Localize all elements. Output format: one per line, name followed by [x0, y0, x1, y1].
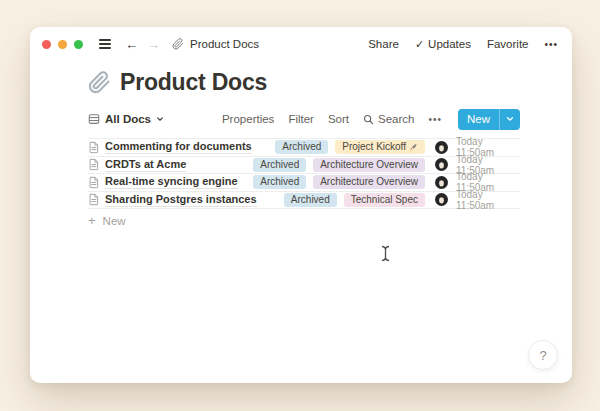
page-link[interactable]: Sharding Postgres instances — [105, 193, 257, 207]
properties-button[interactable]: Properties — [222, 113, 274, 125]
view-toolbar: All Docs Properties Filter Sort Search •… — [30, 108, 572, 130]
new-button-label[interactable]: New — [458, 109, 499, 130]
page-link[interactable]: Commenting for documents — [105, 140, 252, 154]
row-tags: Archived Technical Spec — [284, 193, 425, 207]
row-tags: Archived Project Kickoff — [275, 140, 425, 154]
minimize-window-button[interactable] — [58, 40, 67, 49]
page-paperclip-icon[interactable] — [88, 71, 111, 94]
edited-time: Today 11:50am — [456, 189, 520, 211]
search-icon — [363, 114, 374, 125]
page-header: Product Docs — [30, 69, 572, 96]
page-title[interactable]: Product Docs — [120, 69, 267, 96]
document-icon — [88, 176, 99, 189]
sidebar-toggle-button[interactable] — [96, 36, 114, 52]
doc-type-badge[interactable]: Architecture Overview — [313, 175, 425, 189]
document-icon — [88, 193, 99, 206]
help-button[interactable]: ? — [528, 340, 558, 370]
table-view-icon — [88, 113, 100, 125]
plus-icon: + — [88, 214, 96, 227]
favorite-button[interactable]: Favorite — [487, 38, 529, 50]
docs-table: Commenting for documents Archived Projec… — [88, 138, 520, 209]
view-name: All Docs — [105, 113, 151, 125]
status-badge[interactable]: Archived — [253, 175, 306, 189]
titlebar: ← → Product Docs Share ✓ Updates Favorit… — [30, 27, 572, 61]
breadcrumb[interactable]: Product Docs — [190, 38, 259, 50]
status-badge[interactable]: Archived — [275, 140, 328, 154]
filter-button[interactable]: Filter — [288, 113, 314, 125]
avatar — [435, 141, 448, 154]
add-row-button[interactable]: + New — [88, 210, 520, 231]
sort-button[interactable]: Sort — [328, 113, 349, 125]
doc-type-badge[interactable]: Technical Spec — [344, 193, 425, 207]
row-tags: Archived Architecture Overview — [253, 175, 425, 189]
desktop: { "colors": { "accent_blue": "#2eaadc", … — [0, 0, 600, 411]
row-tags: Archived Architecture Overview — [253, 158, 425, 172]
titlebar-actions: Share ✓ Updates Favorite ••• — [368, 38, 558, 51]
app-window: ← → Product Docs Share ✓ Updates Favorit… — [30, 27, 572, 383]
tag-label: Project Kickoff — [342, 140, 406, 154]
view-more-button[interactable]: ••• — [428, 114, 442, 125]
new-button-dropdown[interactable] — [499, 109, 520, 130]
doc-type-badge[interactable]: Architecture Overview — [313, 158, 425, 172]
avatar — [435, 176, 448, 189]
check-icon: ✓ — [415, 38, 424, 51]
document-icon — [88, 141, 99, 154]
more-options-button[interactable]: ••• — [544, 39, 558, 50]
forward-button[interactable]: → — [147, 38, 160, 51]
chevron-down-icon — [506, 115, 514, 123]
new-button[interactable]: New — [458, 109, 520, 130]
updates-button[interactable]: ✓ Updates — [415, 38, 471, 51]
page-link[interactable]: CRDTs at Acme — [105, 158, 186, 172]
view-switcher[interactable]: All Docs — [88, 113, 164, 125]
share-button[interactable]: Share — [368, 38, 399, 50]
toolbar-actions: Properties Filter Sort Search ••• New — [222, 109, 520, 130]
document-icon — [88, 158, 99, 171]
text-cursor — [381, 245, 390, 266]
paperclip-icon — [172, 38, 184, 50]
search-label: Search — [378, 113, 414, 125]
page-link[interactable]: Real-time syncing engine — [105, 175, 238, 189]
search-button[interactable]: Search — [363, 113, 414, 125]
avatar — [435, 193, 448, 206]
project-badge[interactable]: Project Kickoff — [335, 140, 425, 154]
close-window-button[interactable] — [42, 40, 51, 49]
status-badge[interactable]: Archived — [253, 158, 306, 172]
avatar — [435, 158, 448, 171]
zoom-window-button[interactable] — [74, 40, 83, 49]
updates-label: Updates — [428, 38, 471, 50]
back-button[interactable]: ← — [125, 38, 138, 51]
rocket-emoji — [409, 143, 418, 152]
chevron-down-icon — [156, 115, 164, 123]
status-badge[interactable]: Archived — [284, 193, 337, 207]
add-row-label: New — [103, 215, 126, 227]
table-row[interactable]: Sharding Postgres instances Archived Tec… — [88, 192, 520, 210]
